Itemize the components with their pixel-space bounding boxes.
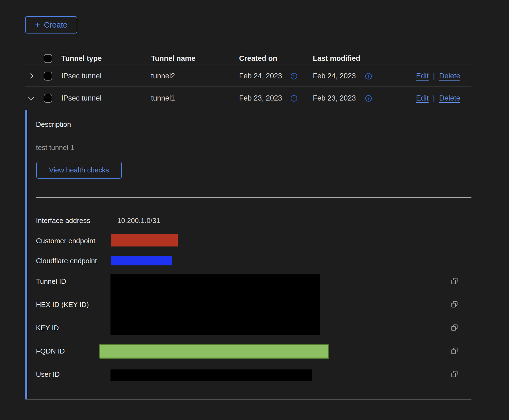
- description-label: Description: [36, 120, 71, 129]
- ipsec-tunnels-page: + Create Tunnel type Tunnel name Created…: [0, 0, 509, 420]
- table-row: IPsec tunnel tunnel2 Feb 24, 2023 i Feb …: [0, 65, 509, 87]
- cell-tunnel-type: IPsec tunnel: [61, 87, 102, 109]
- delete-link[interactable]: Delete: [439, 72, 460, 80]
- info-icon[interactable]: i: [365, 72, 372, 80]
- actions-separator: |: [433, 94, 435, 102]
- view-health-checks-label: View health checks: [49, 166, 109, 174]
- copy-icon[interactable]: [451, 301, 458, 308]
- row-actions: Edit | Delete: [416, 65, 460, 87]
- cloudflare-endpoint-label: Cloudflare endpoint: [36, 256, 97, 265]
- cell-tunnel-name: tunnel1: [151, 87, 175, 109]
- create-button-label: Create: [44, 21, 67, 29]
- expanded-row-bottom-divider: [25, 399, 471, 400]
- cloudflare-endpoint-redaction: [111, 256, 172, 265]
- info-icon[interactable]: i: [290, 95, 298, 102]
- cell-created-on: Feb 24, 2023: [239, 65, 282, 87]
- svg-text:i: i: [368, 96, 369, 101]
- expanded-row-accent-bar: [25, 110, 27, 399]
- description-value: test tunnel 1: [36, 143, 74, 152]
- hex-id-label: HEX ID (KEY ID): [36, 300, 89, 309]
- svg-text:i: i: [293, 74, 294, 79]
- cell-created-on: Feb 23, 2023: [239, 87, 282, 109]
- customer-endpoint-label: Customer endpoint: [36, 236, 95, 245]
- chevron-down-icon[interactable]: [27, 95, 35, 102]
- edit-link[interactable]: Edit: [416, 72, 429, 80]
- user-id-label: User ID: [36, 370, 60, 379]
- info-icon[interactable]: i: [365, 95, 372, 102]
- cell-tunnel-name: tunnel2: [151, 65, 175, 87]
- actions-separator: |: [433, 72, 435, 80]
- copy-icon[interactable]: [451, 324, 458, 331]
- select-all-checkbox[interactable]: [44, 54, 52, 63]
- customer-endpoint-redaction: [111, 234, 178, 246]
- cell-last-modified: Feb 23, 2023: [313, 87, 356, 109]
- edit-link[interactable]: Edit: [416, 94, 429, 102]
- column-header-last-modified: Last modified: [313, 52, 360, 65]
- svg-text:i: i: [293, 96, 294, 101]
- fqdn-id-label: FQDN ID: [36, 347, 65, 355]
- copy-icon[interactable]: [451, 347, 458, 355]
- view-health-checks-button[interactable]: View health checks: [36, 162, 122, 179]
- user-id-redaction: [110, 369, 312, 381]
- interface-address-value: 10.200.1.0/31: [117, 216, 160, 225]
- tunnel-id-label: Tunnel ID: [36, 277, 66, 286]
- table-row: IPsec tunnel tunnel1 Feb 23, 2023 i Feb …: [0, 87, 509, 109]
- ids-redaction: [110, 274, 320, 335]
- column-header-tunnel-name: Tunnel name: [151, 52, 196, 65]
- delete-link[interactable]: Delete: [439, 94, 460, 102]
- row-actions: Edit | Delete: [416, 87, 460, 109]
- column-header-created-on: Created on: [239, 52, 277, 65]
- plus-icon: +: [35, 20, 41, 29]
- fqdn-id-redaction: [99, 344, 329, 359]
- chevron-right-icon[interactable]: [28, 72, 35, 80]
- svg-text:i: i: [368, 74, 369, 79]
- column-header-tunnel-type: Tunnel type: [61, 52, 102, 65]
- key-id-label: KEY ID: [36, 324, 59, 332]
- cell-last-modified: Feb 24, 2023: [313, 65, 356, 87]
- cell-tunnel-type: IPsec tunnel: [61, 65, 102, 87]
- section-divider: [36, 197, 471, 198]
- select-row-checkbox[interactable]: [44, 72, 52, 81]
- interface-address-label: Interface address: [36, 216, 90, 225]
- copy-icon[interactable]: [451, 277, 458, 285]
- select-row-checkbox[interactable]: [44, 94, 52, 103]
- create-button[interactable]: + Create: [25, 16, 77, 34]
- copy-icon[interactable]: [451, 370, 458, 378]
- info-icon[interactable]: i: [290, 72, 298, 80]
